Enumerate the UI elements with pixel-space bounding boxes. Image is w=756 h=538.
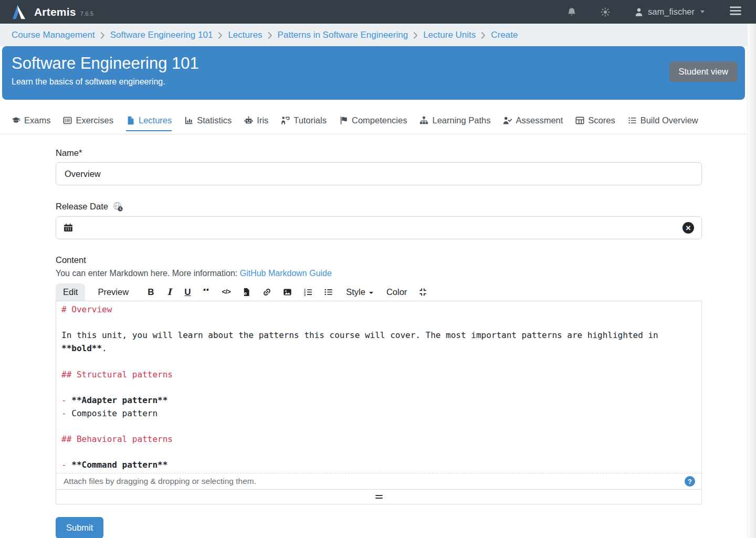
name-input[interactable] [56,162,702,185]
tab-label: Learning Paths [432,115,490,125]
build-overview-icon [628,116,637,125]
editor-line: In this unit, you will learn about the p… [61,329,696,342]
tab-label: Lectures [139,115,172,125]
edit-tab[interactable]: Edit [56,283,85,301]
markdown-hint: You can enter Markdown here. More inform… [56,269,240,278]
top-navbar: Artemis 7.6.5 sam_fischer [0,0,756,24]
assessment-icon [503,116,512,125]
code-button[interactable]: </> [222,289,231,296]
username: sam_fischer [648,7,695,17]
lecture-unit-form: Name* Release Date ✕ [56,148,702,538]
artemis-logo-icon [10,4,27,20]
notifications-button[interactable] [567,7,576,17]
exercises-icon [63,116,72,125]
tab-iris[interactable]: Iris [244,115,268,131]
hamburger-menu-button[interactable] [729,6,742,18]
course-header: Software Engineering 101 Learn the basic… [2,46,745,100]
editor-line [61,355,696,368]
chevron-right-icon [413,32,418,39]
tab-build-overview[interactable]: Build Overview [628,115,698,131]
exams-icon [12,116,20,125]
name-label: Name* [56,148,702,158]
quote-button[interactable]: “ [203,289,211,296]
calendar-icon[interactable] [64,223,73,233]
caret-down-icon [369,292,373,294]
tab-exercises[interactable]: Exercises [63,115,113,131]
tab-tutorials[interactable]: Tutorials [281,115,327,131]
breadcrumb-link[interactable]: Create [491,30,518,40]
chevron-down-icon [700,10,705,13]
release-date-input[interactable] [78,217,694,239]
brand[interactable]: Artemis 7.6.5 [10,4,93,20]
italic-button[interactable]: I [165,288,173,297]
chevron-right-icon [268,32,272,39]
fullscreen-button[interactable] [418,288,427,297]
tab-assessment[interactable]: Assessment [503,115,563,131]
editor-resize-handle[interactable] [56,489,702,504]
preview-tab[interactable]: Preview [90,283,136,301]
link-icon [262,288,271,297]
question-icon: ? [688,478,692,486]
image-button[interactable] [283,288,292,297]
sun-icon [601,7,610,17]
file-upload-button[interactable] [242,288,251,297]
fullscreen-icon [418,288,427,297]
attach-files-row[interactable]: Attach files by dragging & dropping or s… [56,473,701,489]
link-button[interactable] [262,288,271,297]
editor-line: ## Structural patterns [61,368,696,382]
statistics-icon [184,116,193,125]
brand-name: Artemis [34,6,76,18]
tab-label: Assessment [516,115,563,125]
breadcrumb-link[interactable]: Software Engineering 101 [110,30,213,40]
scrollbar-track[interactable] [747,24,756,538]
breadcrumb-link[interactable]: Patterns in Software Engineering [278,30,408,40]
markdown-editor: # Overview In this unit, you will learn … [56,301,702,490]
color-button[interactable]: Color [386,288,407,297]
student-view-button[interactable]: Student view [669,61,738,82]
tab-statistics[interactable]: Statistics [184,115,232,131]
tab-label: Competencies [352,115,407,125]
ordered-list-button[interactable] [303,288,312,297]
unordered-list-button[interactable] [324,288,333,297]
style-dropdown[interactable]: Style [346,288,373,297]
release-date-label: Release Date [56,202,108,212]
tab-exams[interactable]: Exams [12,115,50,131]
user-menu[interactable]: sam_fischer [634,7,705,17]
tab-lectures[interactable]: Lectures [126,115,172,131]
breadcrumb-link[interactable]: Lecture Units [423,30,476,40]
scores-icon [575,116,584,125]
breadcrumb-link[interactable]: Lectures [228,30,262,40]
clear-date-button[interactable]: ✕ [682,222,694,234]
editor-line: - **Adapter pattern** [61,394,696,407]
release-date-field: ✕ [56,216,702,239]
editor-line: # Overview [61,303,696,317]
bell-icon [567,7,576,17]
editor-line [61,420,696,433]
tab-label: Tutorials [293,115,327,125]
editor-toolbar: EditPreviewBIU“</>StyleColor [56,283,702,301]
markdown-guide-link[interactable]: GitHub Markdown Guide [240,269,332,278]
app-version: 7.6.5 [80,10,94,17]
editor-line [61,381,696,394]
editor-line: ## Behavioral patterns [61,433,696,446]
breadcrumb: Course ManagementSoftware Engineering 10… [0,24,756,46]
bold-button[interactable]: B [148,288,154,297]
tab-label: Statistics [197,115,232,125]
editor-line [61,317,696,330]
tab-scores[interactable]: Scores [575,115,615,131]
theme-toggle-button[interactable] [601,7,610,17]
tab-learning-paths[interactable]: Learning Paths [419,115,490,131]
breadcrumb-link[interactable]: Course Management [12,30,95,40]
editor-line: - **Command pattern** [61,459,696,472]
underline-button[interactable]: U [184,288,191,297]
submit-button[interactable]: Submit [56,517,103,538]
course-subtitle: Learn the basics of software engineering… [12,77,736,87]
learning-paths-icon [419,116,428,125]
editor-line [61,446,696,459]
chevron-right-icon [481,32,486,39]
help-button[interactable]: ? [685,476,695,487]
markdown-textarea[interactable]: # Overview In this unit, you will learn … [56,301,701,473]
tab-label: Exercises [76,115,113,125]
file-upload-icon [242,288,251,297]
tab-competencies[interactable]: Competencies [339,115,407,131]
